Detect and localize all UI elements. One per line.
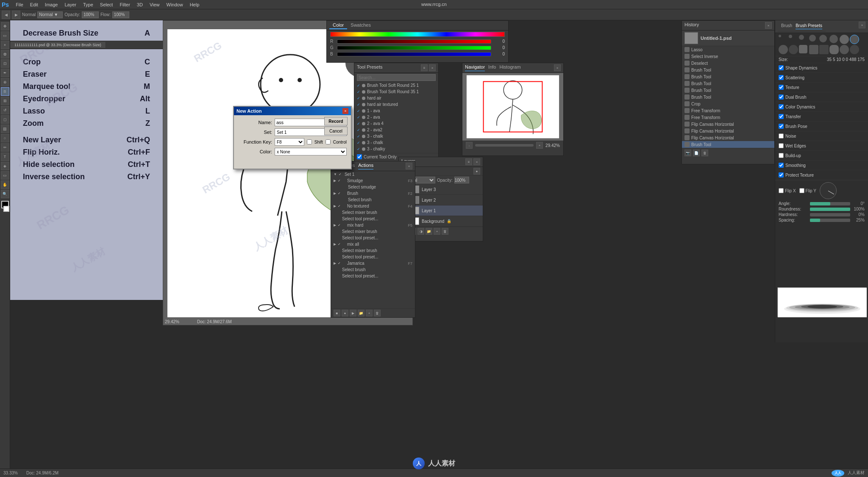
- clone-stamp-btn[interactable]: ⊞: [1, 97, 9, 105]
- path-select-btn[interactable]: ◈: [1, 162, 9, 170]
- brush-tip-8[interactable]: [850, 35, 859, 44]
- brush-pose-checkbox[interactable]: [779, 124, 784, 129]
- crop-tool-btn[interactable]: ⊡: [1, 59, 9, 68]
- tab-swatches[interactable]: Swatches: [347, 22, 374, 29]
- angle-slider[interactable]: [810, 202, 850, 205]
- history-delete-btn[interactable]: 🗑: [701, 150, 708, 156]
- shape-dynamics-checkbox[interactable]: [779, 65, 784, 70]
- history-item-free-transform[interactable]: Free Transform: [682, 107, 774, 114]
- shift-checkbox[interactable]: [307, 139, 312, 144]
- hand-btn[interactable]: ✋: [1, 180, 9, 189]
- brush-tip-3[interactable]: [799, 35, 804, 40]
- tab-navigator[interactable]: Navigator: [465, 64, 485, 71]
- tool-presets-close-btn[interactable]: ×: [429, 64, 436, 71]
- brush-tip-16[interactable]: [850, 45, 859, 54]
- preset-item-1[interactable]: ✓ Brush Tool Soft Round 35 1: [354, 89, 438, 95]
- dual-brush-checkbox[interactable]: [779, 94, 784, 100]
- brush-tip-6[interactable]: [829, 35, 838, 43]
- preset-item-10[interactable]: ✓ 3 - chalky: [354, 146, 438, 152]
- smoothing-row[interactable]: Smoothing: [775, 162, 868, 169]
- texture-row[interactable]: Texture: [775, 84, 868, 91]
- dodge-btn[interactable]: ○: [1, 134, 9, 142]
- mode-select[interactable]: Normal ▼: [37, 11, 63, 18]
- brush-size-up-btn[interactable]: ▶: [12, 11, 20, 19]
- action-play-btn[interactable]: ▶: [350, 310, 356, 316]
- brush-tip-9[interactable]: [779, 45, 788, 54]
- menu-edit[interactable]: Edit: [27, 1, 42, 8]
- marquee-tool-btn[interactable]: ▭: [1, 31, 9, 40]
- zoom-btn[interactable]: 🔍: [1, 190, 9, 198]
- nav-zoom-in-btn[interactable]: +: [536, 142, 543, 149]
- flow-input[interactable]: 100%: [112, 11, 129, 18]
- gradient-btn[interactable]: ▨: [1, 125, 9, 133]
- noise-checkbox[interactable]: [779, 133, 784, 139]
- spacing-slider[interactable]: [810, 219, 850, 222]
- tab-actions[interactable]: Actions: [358, 163, 373, 169]
- brush-tip-13[interactable]: [819, 45, 829, 54]
- control-checkbox[interactable]: [326, 139, 331, 144]
- history-item-select-inverse[interactable]: Select Inverse: [682, 53, 774, 60]
- record-btn[interactable]: Record: [324, 117, 348, 125]
- nav-zoom-slider[interactable]: [475, 144, 534, 147]
- layer-new-btn[interactable]: +: [434, 228, 440, 235]
- transfer-checkbox[interactable]: [779, 114, 784, 119]
- history-item-flip-canvas2[interactable]: Flip Canvas Horizontal: [682, 128, 774, 134]
- history-brush-btn[interactable]: ↺: [1, 106, 9, 114]
- action-jamarica[interactable]: ▶ ✓ Jamarica F7: [331, 260, 415, 266]
- move-tool-btn[interactable]: ✥: [1, 22, 9, 31]
- history-snapshot-btn[interactable]: 📷: [684, 150, 691, 156]
- eraser-btn[interactable]: ◻: [1, 115, 9, 124]
- navigator-close-btn[interactable]: ×: [554, 64, 561, 71]
- noise-row[interactable]: Noise: [775, 133, 868, 139]
- buildup-row[interactable]: Build-up: [775, 152, 868, 159]
- layer-opacity-input[interactable]: [454, 177, 469, 183]
- angle-circle[interactable]: [820, 182, 837, 199]
- heal-btn[interactable]: ⊕: [1, 78, 9, 86]
- history-item-free-transform2[interactable]: Free Transform: [682, 114, 774, 121]
- history-item-brush-tool[interactable]: Brush Tool: [682, 141, 774, 148]
- tab-brush[interactable]: Brush: [781, 23, 792, 29]
- brush-size-down-btn[interactable]: ◀: [2, 11, 10, 19]
- quick-select-btn[interactable]: ✿: [1, 50, 9, 58]
- action-folder-btn[interactable]: 📁: [358, 310, 364, 316]
- action-select-mixer[interactable]: Select mixer brush: [331, 209, 415, 216]
- menu-filter[interactable]: Filter: [116, 1, 133, 8]
- brush-tip-7[interactable]: [840, 35, 849, 44]
- action-mix-all-select[interactable]: Select mixer brush: [331, 247, 415, 254]
- protect-texture-checkbox[interactable]: [779, 172, 784, 177]
- roundness-slider[interactable]: [810, 208, 850, 211]
- cancel-btn[interactable]: Cancel: [324, 127, 348, 135]
- menu-type[interactable]: Type: [80, 1, 97, 8]
- action-stop-btn[interactable]: ■: [334, 310, 340, 316]
- shape-dynamics-row[interactable]: Shape Dynamics: [775, 64, 868, 71]
- brush-tip-14[interactable]: [829, 45, 839, 54]
- type-btn[interactable]: T: [1, 153, 9, 161]
- action-mix-hard-preset[interactable]: Select tool preset...: [331, 235, 415, 241]
- brush-tip-2[interactable]: [789, 35, 792, 38]
- layer-adj-btn[interactable]: ◑: [417, 228, 424, 235]
- action-select-brush[interactable]: Select brush: [331, 197, 415, 203]
- action-mix-all-preset[interactable]: Select tool preset...: [331, 254, 415, 260]
- transfer-row[interactable]: Transfer: [775, 113, 868, 120]
- smoothing-checkbox[interactable]: [779, 163, 784, 168]
- flip-y-checkbox[interactable]: [799, 188, 804, 193]
- background-color[interactable]: [3, 206, 9, 212]
- brush-tool-btn[interactable]: B: [1, 87, 9, 96]
- preset-item-8[interactable]: ✓ 3 - chalk: [354, 133, 438, 139]
- buildup-checkbox[interactable]: [779, 153, 784, 158]
- brush-tip-4[interactable]: [809, 35, 816, 42]
- layers-menu-btn[interactable]: ≡: [465, 158, 472, 165]
- dialog-close-btn[interactable]: ×: [342, 108, 348, 114]
- action-set-1[interactable]: ▼ ✓ Set 1: [331, 171, 415, 177]
- layer-delete-btn[interactable]: 🗑: [442, 228, 448, 235]
- brush-tip-15[interactable]: [840, 45, 849, 54]
- scattering-checkbox[interactable]: [779, 75, 784, 80]
- function-key-select[interactable]: F8: [275, 138, 304, 146]
- brush-tip-5[interactable]: [819, 35, 827, 42]
- tool-presets-menu-btn[interactable]: ≡: [421, 64, 428, 71]
- protect-texture-row[interactable]: Protect Texture: [775, 172, 868, 178]
- action-select-smudge[interactable]: Select smudge: [331, 184, 415, 190]
- preset-item-2[interactable]: ✓ hard air: [354, 95, 438, 101]
- color-dynamics-checkbox[interactable]: [779, 104, 784, 109]
- action-no-textured[interactable]: ▶ ✓ No textured F4: [331, 203, 415, 209]
